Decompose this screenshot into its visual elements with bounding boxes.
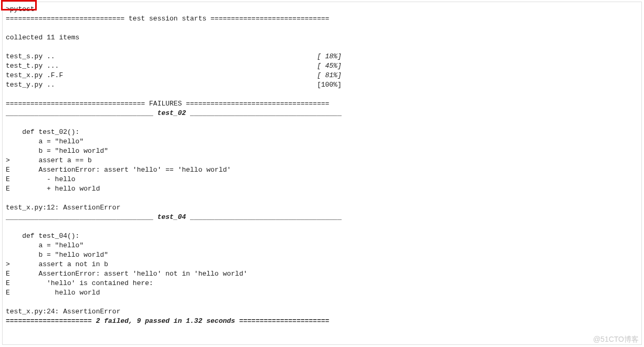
terminal-output: >pytest ============================= te…	[6, 5, 638, 326]
terminal-panel: >pytest ============================= te…	[2, 2, 642, 345]
screenshot-frame: >pytest ============================= te…	[0, 0, 644, 347]
